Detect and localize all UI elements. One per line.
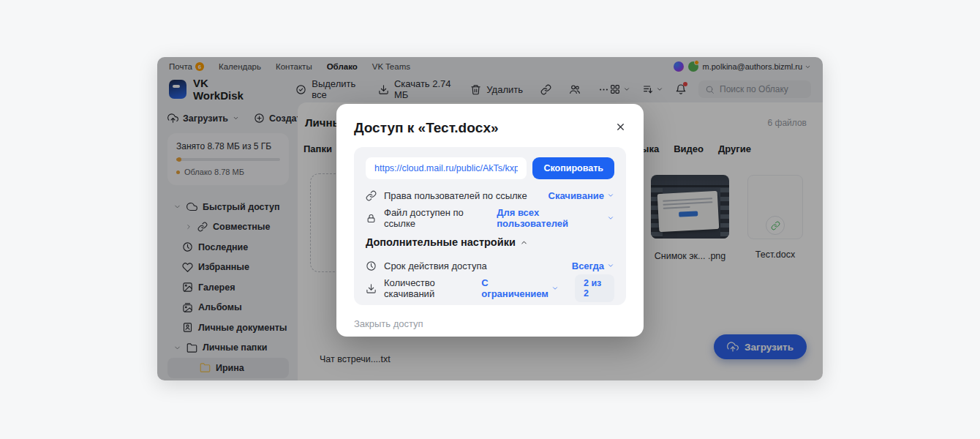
share-link-input[interactable] [366,157,527,179]
chevron-down-icon [551,285,559,292]
clock-icon [366,260,377,271]
close-access-button[interactable]: Закрыть доступ [354,318,423,329]
page: Почта 6 Календарь Контакты Облако VK Tea… [0,0,980,439]
option-label: Срок действия доступа [384,260,487,271]
link-rights-select[interactable]: Скачивание [549,190,614,201]
chevron-up-icon [520,239,528,247]
download-limit-select[interactable]: С ограничением [481,277,559,299]
access-duration-select[interactable]: Всегда [572,260,614,271]
modal-title: Доступ к «Тест.docx» [354,120,499,136]
close-icon [615,121,626,132]
option-label: Права пользователей по ссылке [384,190,527,201]
link-rights-row: Права пользователей по ссылке Скачивание [366,189,614,202]
access-duration-row: Срок действия доступа Всегда [366,259,614,272]
download-count-row: Количество скачиваний С ограничением 2 и… [366,282,614,295]
link-icon [366,190,377,201]
share-access-modal: Доступ к «Тест.docx» Скопировать Права п… [336,104,644,337]
chevron-down-icon [607,192,614,199]
lock-icon [366,213,377,224]
app-window: Почта 6 Календарь Контакты Облако VK Tea… [157,57,823,380]
additional-settings-toggle[interactable]: Дополнительные настройки [366,235,614,249]
download-icon [366,283,377,294]
share-link-row: Скопировать [366,157,614,179]
share-settings-panel: Скопировать Права пользователей по ссылк… [354,147,626,305]
option-label: Количество скачиваний [384,277,474,299]
download-limit-badge[interactable]: 2 из 2 [575,274,614,302]
close-modal-button[interactable] [615,121,626,135]
copy-link-button[interactable]: Скопировать [532,157,614,179]
link-audience-select[interactable]: Для всех пользователей [497,207,614,229]
chevron-down-icon [607,214,614,222]
chevron-down-icon [607,262,614,269]
link-audience-row: Файл доступен по ссылке Для всех пользов… [366,211,614,225]
modal-header: Доступ к «Тест.docx» [354,120,626,136]
option-label: Файл доступен по ссылке [384,207,489,229]
